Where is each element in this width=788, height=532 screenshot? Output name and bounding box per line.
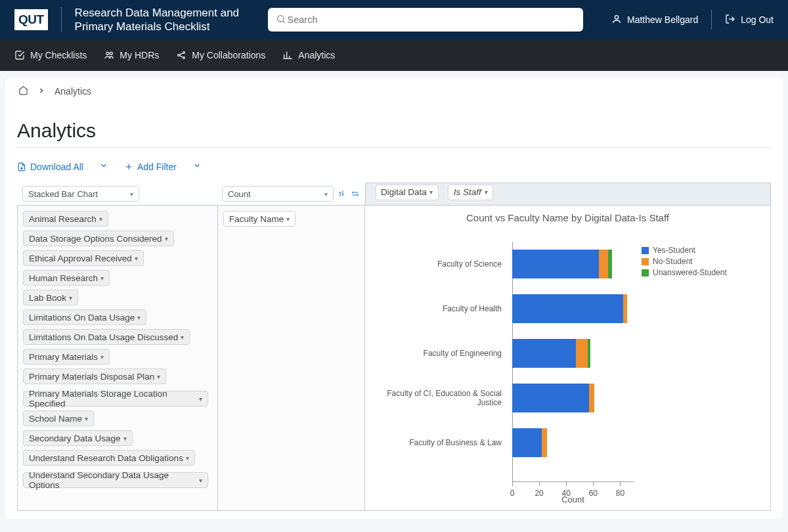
page-body: Analytics Download All Add Filter Stacke… <box>5 105 783 519</box>
tag-label: Is Staff <box>454 187 481 197</box>
add-filter-label: Add Filter <box>137 162 177 172</box>
app-title-line1: Research Data Management and <box>75 7 239 19</box>
chevron-down-icon <box>99 161 108 170</box>
svg-point-4 <box>106 52 109 55</box>
tag-label: Primary Materials Disposal Plan <box>29 372 154 382</box>
tag-label: Ethical Approval Received <box>29 254 132 263</box>
tag-label: Human Research <box>29 273 98 283</box>
legend-item: Unanswered-Student <box>642 268 760 277</box>
chart-bar <box>512 339 634 368</box>
app-title-line2: Primary Materials Checklist <box>75 20 210 33</box>
breadcrumb-current: Analytics <box>55 86 91 97</box>
tag-label: Digital Data <box>381 187 427 197</box>
chart-icon <box>282 50 293 60</box>
logout-button[interactable]: Log Out <box>725 14 774 26</box>
nav-my-hdrs[interactable]: My HDRs <box>104 50 159 60</box>
field-tag[interactable]: Animal Research▾ <box>23 211 108 227</box>
svg-line-1 <box>283 21 285 23</box>
dimension-tag-is-staff[interactable]: Is Staff▾ <box>448 185 493 200</box>
chart-bar-segment <box>512 384 589 412</box>
chevron-down-icon: ▾ <box>186 454 189 462</box>
svg-point-6 <box>178 55 180 56</box>
search-icon <box>276 14 286 26</box>
chart-x-tick <box>566 482 567 486</box>
chart-x-axis-label: Count <box>512 495 634 504</box>
users-icon <box>104 50 114 60</box>
nav-my-checklists[interactable]: My Checklists <box>14 50 87 60</box>
brand-logo: QUT <box>14 9 48 30</box>
row-field-tag[interactable]: Faculty Name▾ <box>223 211 296 227</box>
tag-label: Faculty Name <box>229 214 284 224</box>
field-tag[interactable]: Understand Research Data Obligations▾ <box>23 450 195 466</box>
swap-horizontal-icon[interactable] <box>351 190 360 198</box>
dimension-tag-digital-data[interactable]: Digital Data▾ <box>375 185 439 200</box>
field-tag[interactable]: Limitations On Data Usage▾ <box>23 309 146 325</box>
user-menu[interactable]: Matthew Bellgard <box>611 14 698 26</box>
svg-point-7 <box>183 52 185 54</box>
chevron-down-icon: ▾ <box>199 395 202 403</box>
chart-category-label: Faculty of CI, Education & Social Justic… <box>368 376 504 420</box>
svg-point-5 <box>110 52 113 55</box>
chart-bar-segment <box>608 250 612 278</box>
download-menu-caret[interactable] <box>99 161 108 172</box>
search-box[interactable] <box>268 8 583 32</box>
field-tag[interactable]: Primary Materials Disposal Plan▾ <box>23 368 166 384</box>
chart-x-tick <box>512 482 513 486</box>
legend-swatch <box>642 258 649 265</box>
breadcrumb: Analytics <box>5 78 783 105</box>
tag-label: Limitations On Data Usage <box>29 313 135 322</box>
chart-type-select[interactable]: Stacked Bar Chart▾ <box>22 186 139 202</box>
logout-label: Log Out <box>741 14 774 25</box>
chart-bar-segment <box>623 294 627 323</box>
chevron-down-icon: ▾ <box>135 255 138 262</box>
chevron-down-icon: ▾ <box>100 353 104 361</box>
legend-item: Yes-Student <box>642 246 760 255</box>
search-wrap <box>252 8 598 32</box>
field-tag[interactable]: Data Storage Options Considered▾ <box>23 231 174 246</box>
field-tag[interactable]: Ethical Approval Received▾ <box>23 250 144 266</box>
chart-bar <box>512 294 634 323</box>
app-header: QUT Research Data Management and Primary… <box>0 0 788 39</box>
tag-label: Animal Research <box>29 214 97 224</box>
legend-swatch <box>642 247 649 254</box>
chart-bar-segment <box>512 250 599 278</box>
search-input[interactable] <box>286 14 575 26</box>
chart-title: Count vs Faculty Name by Digital Data-Is… <box>365 206 770 227</box>
add-filter-button[interactable]: Add Filter <box>124 162 177 172</box>
chart-bar-segment <box>512 339 576 368</box>
chart-plot-area: 020406080 <box>512 242 634 482</box>
field-tag[interactable]: Secondary Data Usage▾ <box>23 430 133 446</box>
filter-menu-caret[interactable] <box>192 161 202 172</box>
field-tag[interactable]: School Name▾ <box>23 410 94 426</box>
page-toolbar: Download All Add Filter <box>17 158 771 183</box>
chart-category-label: Faculty of Health <box>368 286 504 331</box>
aggregate-select[interactable]: Count▾ <box>222 186 334 202</box>
nav-label: Analytics <box>298 50 335 60</box>
chevron-down-icon: ▾ <box>137 314 141 321</box>
dimension-cell: Digital Data▾ Is Staff▾ <box>365 183 771 205</box>
field-tag[interactable]: Human Research▾ <box>23 270 110 286</box>
field-tag[interactable]: Understand Secondary Data Usage Options▾ <box>23 472 208 488</box>
field-tag[interactable]: Primary Materials▾ <box>23 349 110 365</box>
nav-my-collaborations[interactable]: My Collaborations <box>176 50 265 60</box>
chart-bar <box>512 250 634 278</box>
aggregate-value: Count <box>228 189 251 199</box>
legend-label: Unanswered-Student <box>653 268 727 277</box>
divider <box>711 10 712 30</box>
download-all-button[interactable]: Download All <box>17 162 83 172</box>
field-tag[interactable]: Primary Materials Storage Location Speci… <box>23 391 208 407</box>
legend-swatch <box>642 269 649 277</box>
nav-analytics[interactable]: Analytics <box>282 50 335 60</box>
chart-category-label: Faculty of Engineering <box>368 331 504 376</box>
download-all-label: Download All <box>30 162 83 172</box>
breadcrumb-bar: Analytics <box>5 78 783 105</box>
home-icon[interactable] <box>18 85 28 97</box>
chart-bar <box>512 384 634 412</box>
chart-x-axis-line <box>512 481 634 482</box>
field-tag[interactable]: Lab Book▾ <box>23 290 78 305</box>
chart-type-value: Stacked Bar Chart <box>28 189 98 199</box>
field-tag[interactable]: Limitations On Data Usage Discussed▾ <box>23 329 190 345</box>
swap-vertical-icon[interactable] <box>338 189 345 198</box>
chevron-right-icon <box>37 86 45 97</box>
svg-point-0 <box>277 15 283 21</box>
